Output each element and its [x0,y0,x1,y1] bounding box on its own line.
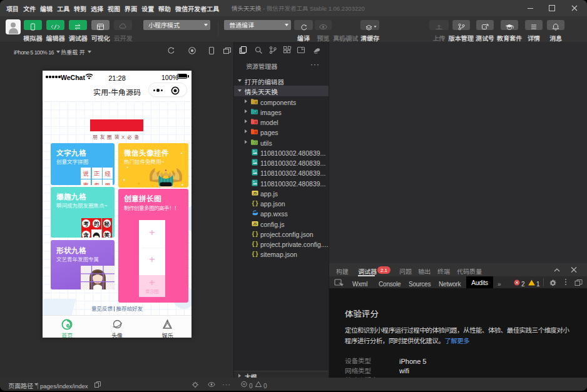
svg-text:{}: {} [252,231,258,237]
svg-text:JS: JS [253,222,257,226]
svg-text:{}: {} [252,241,258,247]
svg-text:{}: {} [252,251,258,257]
svg-text:{}: {} [252,201,258,206]
svg-text:JS: JS [253,191,257,195]
